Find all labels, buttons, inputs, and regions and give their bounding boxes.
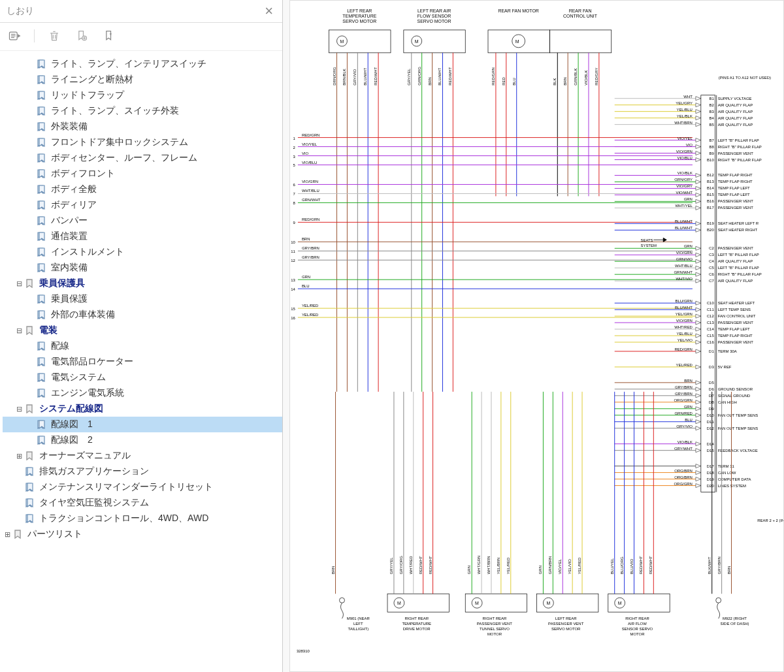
tree-item[interactable]: リッドトフラップ (3, 88, 282, 103)
svg-text:YEL/GRN: YEL/GRN (676, 312, 693, 316)
tree-item[interactable]: トラクションコントロール、4WD、AWD (3, 511, 282, 526)
svg-text:B9: B9 (709, 152, 714, 155)
tree-item[interactable]: メンテナンスリマインダーライトリセット (3, 479, 282, 495)
tree-item[interactable]: 乗員保護 (3, 291, 282, 307)
tree-item[interactable]: ライト、ランプ、インテリアスイッチ (3, 56, 282, 72)
svg-text:BRN: BRN (302, 237, 310, 241)
favorite-icon[interactable] (101, 28, 117, 44)
svg-text:GRN/BRN: GRN/BRN (548, 556, 552, 575)
svg-text:TEMP FLAP LEFT: TEMP FLAP LEFT (718, 193, 750, 197)
tree-item[interactable]: ボディセンター、ルーフ、フレーム (3, 150, 282, 166)
svg-text:D20: D20 (707, 484, 715, 488)
tree-item[interactable]: 通信装置 (3, 229, 282, 244)
tree-label: ボディセンター、ルーフ、フレーム (51, 152, 197, 164)
tree-item[interactable]: ボディ全般 (3, 182, 282, 197)
bookmark-icon (24, 451, 35, 461)
tree-item[interactable]: 配線 (3, 338, 282, 354)
expand-toggle[interactable]: ⊟ (14, 405, 24, 413)
tree-item[interactable]: 室内装備 (3, 260, 282, 276)
svg-text:ORG/BRN: ORG/BRN (674, 475, 693, 479)
add-bookmark-icon[interactable] (74, 28, 90, 44)
svg-text:D15: D15 (707, 449, 715, 453)
tree-item[interactable]: 電気部品ロケーター (3, 354, 282, 370)
tree-item[interactable]: 配線図 2 (3, 432, 282, 448)
options-icon[interactable] (7, 28, 22, 44)
tree-label: 電気部品ロケーター (51, 356, 133, 368)
tree-label: メンテナンスリマインダーライトリセット (39, 481, 213, 493)
tree-item[interactable]: バンパー (3, 213, 282, 229)
svg-text:TAILLIGHT): TAILLIGHT) (348, 627, 368, 631)
tree-item[interactable]: 配線図 1 (3, 417, 282, 432)
svg-text:M: M (475, 601, 479, 605)
svg-text:YEL/RED: YEL/RED (302, 313, 319, 317)
svg-text:TEMP FLAP RIGHT: TEMP FLAP RIGHT (718, 173, 753, 177)
svg-text:GRN/ORG: GRN/ORG (417, 67, 421, 86)
tree-label: オーナーズマニュアル (39, 450, 131, 462)
tree-item[interactable]: 外装装備 (3, 119, 282, 135)
svg-text:M: M (415, 39, 419, 44)
svg-text:RED/GRY: RED/GRY (595, 68, 598, 86)
delete-icon[interactable] (46, 28, 62, 44)
expand-toggle[interactable]: ⊟ (14, 327, 24, 335)
svg-text:B8: B8 (709, 145, 714, 149)
svg-text:15: 15 (291, 307, 295, 311)
svg-text:BLU/WHT: BLU/WHT (675, 226, 693, 230)
svg-text:C5: C5 (709, 266, 714, 270)
svg-text:MOTOR: MOTOR (487, 632, 502, 636)
svg-text:D1: D1 (709, 349, 714, 353)
svg-text:ORG/GRN: ORG/GRN (674, 482, 692, 486)
svg-text:13: 13 (291, 278, 295, 282)
expand-toggle[interactable]: ⊟ (14, 280, 24, 288)
tree-item[interactable]: ⊟電装 (3, 323, 282, 338)
tree-item[interactable]: 電気システム (3, 370, 282, 385)
svg-text:AIR QUALITY FLAP: AIR QUALITY FLAP (718, 103, 753, 107)
tree-item[interactable]: ボディリア (3, 197, 282, 213)
bookmark-icon (35, 137, 47, 148)
tree-item[interactable]: ⊟乗員保護具 (3, 276, 282, 291)
svg-text:TEMPERATURE: TEMPERATURE (342, 14, 376, 18)
svg-text:BRN/BLK: BRN/BLK (342, 69, 346, 86)
svg-text:10: 10 (291, 240, 295, 244)
svg-text:C4: C4 (709, 259, 714, 263)
svg-text:BLU/WHT: BLU/WHT (675, 219, 693, 223)
bookmark-tree[interactable]: ライト、ランプ、インテリアスイッチライニングと断熱材リッドトフラップライト、ラン… (0, 51, 282, 672)
bookmark-icon (35, 435, 47, 445)
tree-item[interactable]: ライト、ランプ、スイッチ外装 (3, 103, 282, 119)
tree-label: 配線図 1 (51, 419, 93, 430)
svg-text:BLU: BLU (685, 418, 693, 422)
tree-item[interactable]: 外部の車体装備 (3, 307, 282, 323)
svg-text:GRY/VIO: GRY/VIO (676, 424, 693, 428)
svg-text:(PINS A1 TO A12 NOT USED): (PINS A1 TO A12 NOT USED) (719, 76, 771, 80)
svg-text:M: M (546, 601, 550, 605)
svg-text:WHT/YEL: WHT/YEL (675, 204, 693, 208)
tree-item[interactable]: インストルメント (3, 244, 282, 260)
tree-item[interactable]: ⊞オーナーズマニュアル (3, 448, 282, 464)
svg-text:RED/GRN: RED/GRN (302, 217, 319, 221)
svg-text:GROUND SENSOR: GROUND SENSOR (718, 387, 753, 391)
svg-text:VIO/BLU: VIO/BLU (677, 156, 693, 160)
tree-item[interactable]: 排気ガスアプリケーション (3, 464, 282, 479)
tree-item[interactable]: フロントドア集中ロックシステム (3, 135, 282, 150)
svg-text:SEAT HEATER LEFT: SEAT HEATER LEFT (718, 301, 755, 305)
tree-item[interactable]: ライニングと断熱材 (3, 72, 282, 88)
expand-toggle[interactable]: ⊞ (14, 452, 24, 460)
tree-label: 乗員保護 (51, 293, 88, 305)
svg-text:C13: C13 (707, 321, 715, 325)
svg-text:M901 (NEAR: M901 (NEAR (347, 616, 370, 620)
svg-text:PASSENGER VENT: PASSENGER VENT (718, 321, 754, 325)
close-icon[interactable]: × (262, 4, 276, 18)
svg-text:D7: D7 (709, 394, 714, 398)
tree-item[interactable]: ⊞パーツリスト (3, 526, 282, 542)
svg-text:YEL/VIO: YEL/VIO (678, 338, 693, 342)
document-viewport[interactable]: MLEFT REARTEMPERATURESERVO MOTORMLEFT RE… (283, 0, 784, 672)
svg-text:BLK: BLK (553, 78, 557, 85)
svg-text:SERVO MOTOR: SERVO MOTOR (551, 627, 581, 631)
svg-text:GRN/WHT: GRN/WHT (302, 198, 321, 202)
tree-item[interactable]: タイヤ空気圧監視システム (3, 495, 282, 511)
bookmark-icon (35, 388, 47, 398)
tree-item[interactable]: エンジン電気系統 (3, 385, 282, 401)
tree-item[interactable]: ⊟システム配線図 (3, 401, 282, 417)
tree-item[interactable]: ボディフロント (3, 166, 282, 182)
svg-text:BLU/ORG: BLU/ORG (620, 556, 624, 574)
expand-toggle[interactable]: ⊞ (3, 530, 12, 539)
